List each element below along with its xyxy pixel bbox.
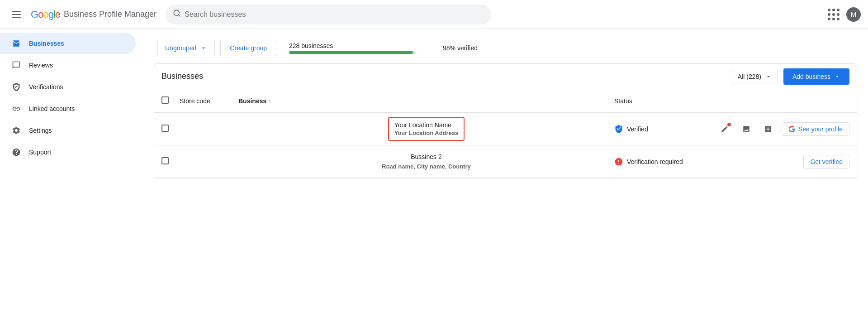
- row2-actions-cell: Get verified: [714, 155, 849, 169]
- sidebar-item-reviews[interactable]: Reviews: [0, 54, 136, 76]
- row1-business-name-box: Your Location Name Your Location Address: [388, 117, 465, 141]
- sidebar-item-linked-accounts[interactable]: Linked accounts: [0, 98, 136, 120]
- sidebar-item-label: Businesses: [29, 40, 64, 47]
- sidebar-item-label: Support: [29, 149, 51, 156]
- search-bar[interactable]: [166, 5, 491, 24]
- row2-business-cell: Bussines 2 Road name, City name, Country: [238, 153, 614, 170]
- stats-area: 228 businesses 98% verified: [289, 42, 478, 54]
- verified-icon: [614, 125, 623, 134]
- row1-actions-cell: See your profile: [714, 121, 849, 137]
- app-title: Business Profile Manager: [64, 10, 157, 19]
- table-title: Businesses: [161, 72, 732, 81]
- select-all-checkbox[interactable]: [161, 96, 169, 104]
- help-icon: [11, 147, 22, 158]
- row2-status-label: Verification required: [627, 158, 683, 165]
- sidebar-item-settings[interactable]: Settings: [0, 120, 136, 141]
- table-row: Bussines 2 Road name, City name, Country…: [154, 145, 857, 178]
- row1-business-name: Your Location Name: [394, 121, 459, 129]
- sidebar-item-verifications[interactable]: Verifications: [0, 76, 136, 98]
- search-input[interactable]: [185, 10, 484, 19]
- sidebar-item-label: Settings: [29, 127, 52, 134]
- create-group-button[interactable]: Create group: [220, 40, 276, 56]
- settings-icon: [11, 125, 22, 136]
- store-icon: [11, 38, 22, 49]
- app-logo: Google Business Profile Manager: [31, 9, 157, 20]
- ungrouped-label: Ungrouped: [165, 44, 196, 52]
- menu-button[interactable]: [7, 5, 25, 24]
- row2-business-name: Bussines 2: [411, 153, 441, 160]
- row2-status-cell: Verification required: [614, 157, 714, 166]
- google-wordmark: Google: [31, 9, 60, 20]
- chevron-down-icon: [200, 44, 207, 52]
- reviews-icon: [11, 60, 22, 71]
- link-icon: [11, 103, 22, 114]
- see-profile-label: See your profile: [798, 125, 843, 133]
- svg-line-1: [179, 14, 180, 16]
- verified-stat: 98% verified: [443, 44, 478, 52]
- row1-checkbox-cell[interactable]: [161, 125, 180, 133]
- row2-business-address: Road name, City name, Country: [382, 163, 470, 170]
- hamburger-icon: [12, 11, 21, 18]
- main-layout: Businesses Reviews Verifications Linked …: [0, 29, 868, 313]
- ungrouped-dropdown[interactable]: Ungrouped: [157, 40, 215, 56]
- row1-checkbox[interactable]: [161, 125, 169, 132]
- app-header: Google Business Profile Manager M: [0, 0, 868, 29]
- table-row: Your Location Name Your Location Address…: [154, 113, 857, 145]
- column-headers: Store code Business ↑ Status: [154, 89, 857, 113]
- main-content: Ungrouped Create group 228 businesses 98…: [143, 29, 868, 313]
- see-profile-button[interactable]: See your profile: [782, 122, 849, 136]
- filter-chevron-icon: [765, 73, 772, 80]
- verified-progress-bar: [289, 51, 416, 54]
- row1-status-label: Verified: [627, 125, 648, 133]
- sidebar-item-support[interactable]: Support: [0, 141, 136, 163]
- sidebar: Businesses Reviews Verifications Linked …: [0, 29, 143, 313]
- user-avatar[interactable]: M: [846, 7, 861, 22]
- filter-dropdown[interactable]: All (228): [732, 70, 778, 83]
- row1-business-cell: Your Location Name Your Location Address: [238, 117, 614, 141]
- toolbar: Ungrouped Create group 228 businesses 98…: [143, 29, 868, 63]
- status-header: Status: [614, 97, 714, 105]
- header-right: M: [825, 5, 861, 24]
- sidebar-item-label: Linked accounts: [29, 105, 75, 112]
- apps-button[interactable]: [825, 5, 843, 24]
- business-header: Business ↑: [238, 97, 614, 105]
- row1-status-cell: Verified: [614, 125, 714, 134]
- filter-label: All (228): [738, 73, 761, 80]
- sort-arrow-icon: ↑: [268, 98, 271, 104]
- store-code-header: Store code: [180, 97, 238, 105]
- search-icon: [173, 9, 181, 19]
- shield-icon: [11, 82, 22, 92]
- add-business-button[interactable]: Add business: [783, 68, 849, 85]
- add-business-chevron-icon: [834, 73, 840, 80]
- row2-checkbox[interactable]: [161, 157, 169, 164]
- add-business-label: Add business: [792, 73, 830, 80]
- google-icon: [788, 125, 796, 133]
- row1-business-address: Your Location Address: [394, 130, 459, 136]
- table-header-row: Businesses All (228) Add business: [154, 64, 857, 89]
- businesses-table: Businesses All (228) Add business Store …: [154, 63, 857, 178]
- select-all-checkbox-cell[interactable]: [161, 96, 180, 105]
- businesses-count: 228 businesses: [289, 42, 416, 49]
- edit-notification-dot: [727, 123, 731, 126]
- unverified-icon: [614, 157, 623, 166]
- row2-checkbox-cell[interactable]: [161, 157, 180, 166]
- sidebar-item-businesses[interactable]: Businesses: [0, 33, 136, 54]
- verified-percent: 98% verified: [443, 44, 478, 52]
- sidebar-item-label: Reviews: [29, 62, 53, 69]
- apps-grid-icon: [828, 9, 840, 20]
- businesses-stat: 228 businesses: [289, 42, 416, 54]
- add-post-button[interactable]: [760, 121, 776, 137]
- edit-button[interactable]: [716, 121, 733, 137]
- sidebar-item-label: Verifications: [29, 83, 63, 91]
- progress-fill: [289, 51, 413, 54]
- get-verified-button[interactable]: Get verified: [803, 155, 849, 169]
- add-photo-button[interactable]: [738, 121, 754, 137]
